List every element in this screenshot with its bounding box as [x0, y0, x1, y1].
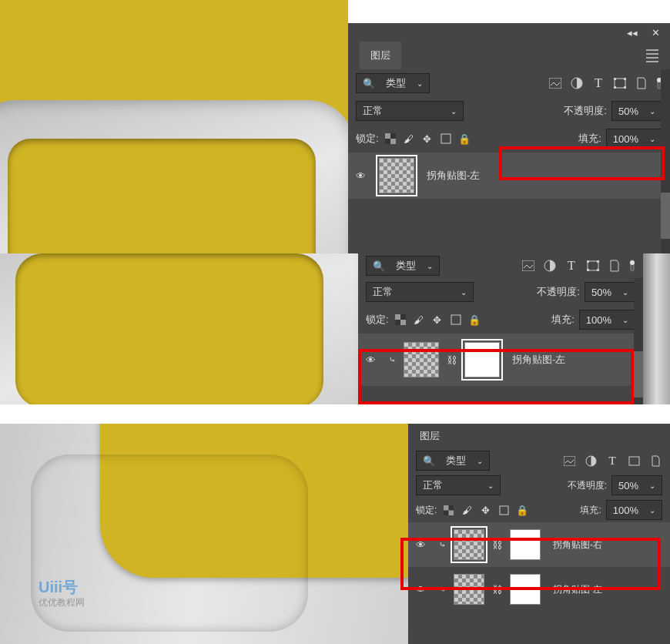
chevron-down-icon: ⌄ [649, 481, 655, 490]
filter-adjust-icon[interactable] [543, 259, 557, 273]
mask-link-icon[interactable]: ⛓ [492, 539, 502, 551]
mask-link-icon[interactable]: ⛓ [447, 354, 457, 366]
lock-paint-icon[interactable]: 🖌 [412, 313, 426, 327]
lock-artboard-icon[interactable] [449, 313, 463, 327]
lock-transparency-icon[interactable] [394, 313, 407, 327]
search-icon: 🔍 [373, 260, 385, 272]
filter-shape-icon[interactable] [613, 76, 627, 90]
chevron-down-icon: ⌄ [487, 481, 494, 490]
filter-text-icon[interactable]: T [591, 76, 605, 90]
section-1: ◂◂ ✕ 图层 🔍 类型 ⌄ T [0, 0, 670, 253]
metal-frame [0, 100, 348, 253]
svg-rect-17 [597, 260, 599, 263]
filter-type-dropdown[interactable]: 🔍 类型 ⌄ [356, 73, 430, 93]
scrollbar-thumb[interactable] [661, 193, 670, 239]
lock-artboard-icon[interactable] [497, 503, 511, 517]
chevron-down-icon: ⌄ [622, 316, 628, 324]
visibility-toggle-icon[interactable]: 👁 [366, 354, 381, 366]
lock-all-icon[interactable]: 🔒 [515, 503, 529, 517]
opacity-label[interactable]: 不透明度: [564, 104, 607, 118]
fill-value: 100% [613, 505, 638, 516]
svg-rect-6 [624, 86, 626, 89]
layer-name[interactable]: 拐角贴图-左 [427, 169, 480, 183]
opacity-label[interactable]: 不透明度: [568, 479, 607, 492]
scrollbar-thumb[interactable] [634, 351, 643, 397]
filter-shape-icon[interactable] [627, 454, 641, 468]
filter-shape-icon[interactable] [586, 259, 600, 273]
fill-label[interactable]: 填充: [580, 504, 601, 517]
blend-mode-dropdown[interactable]: 正常 ⌄ [366, 282, 474, 302]
panel-header: 图层 [408, 424, 670, 448]
filter-row: 🔍 类型 ⌄ T [408, 448, 670, 473]
blend-mode-value: 正常 [373, 285, 393, 299]
fill-label[interactable]: 填充: [551, 313, 575, 327]
filter-toggle-icon[interactable] [629, 259, 635, 273]
filter-text-icon[interactable]: T [564, 259, 578, 273]
panel-tab-layers[interactable]: 图层 [360, 42, 401, 69]
close-icon[interactable]: ✕ [648, 25, 662, 39]
layer-name[interactable]: 拐角贴图-右 [553, 538, 602, 552]
layer-row[interactable]: 👁 ⤷ ⛓ 拐角贴图-左 [358, 334, 643, 386]
opacity-dropdown[interactable]: 50% ⌄ [611, 101, 662, 121]
opacity-value: 50% [618, 106, 638, 117]
lock-all-icon[interactable]: 🔒 [467, 313, 481, 327]
mask-thumbnail[interactable] [510, 529, 541, 560]
mask-thumbnail[interactable] [464, 342, 500, 377]
scrollbar[interactable] [634, 278, 643, 404]
lock-transparency-icon[interactable] [384, 132, 397, 146]
blend-mode-dropdown[interactable]: 正常 ⌄ [416, 475, 501, 495]
opacity-value: 50% [591, 287, 611, 298]
visibility-toggle-icon[interactable]: 👁 [416, 584, 431, 595]
lock-position-icon[interactable]: ✥ [430, 313, 444, 327]
visibility-toggle-icon[interactable]: 👁 [356, 170, 371, 182]
visibility-toggle-icon[interactable]: 👁 [416, 539, 431, 551]
filter-type-dropdown[interactable]: 🔍 类型 ⌄ [366, 256, 440, 276]
filter-image-icon[interactable] [562, 454, 576, 468]
panel-title[interactable]: 图层 [420, 424, 440, 448]
layer-name[interactable]: 拐角贴图-左 [553, 583, 602, 596]
fill-label[interactable]: 填充: [578, 132, 601, 146]
collapse-icon[interactable]: ◂◂ [625, 25, 639, 39]
watermark-text: 优优教程网 [39, 596, 85, 609]
lock-position-icon[interactable]: ✥ [420, 132, 434, 146]
filter-type-dropdown[interactable]: 🔍 类型 ⌄ [416, 451, 490, 471]
svg-rect-16 [587, 260, 589, 263]
filter-smart-icon[interactable] [608, 259, 621, 273]
lock-artboard-icon[interactable] [439, 132, 453, 146]
svg-rect-18 [587, 269, 589, 271]
layer-thumbnail[interactable] [454, 574, 484, 605]
chevron-down-icon: ⌄ [622, 288, 628, 297]
panel-menu-icon[interactable] [646, 49, 658, 62]
chevron-down-icon: ⌄ [649, 506, 655, 515]
opacity-dropdown[interactable]: 50% ⌄ [611, 475, 662, 495]
fill-dropdown[interactable]: 100% ⌄ [606, 500, 662, 520]
layer-row[interactable]: 👁 ⤷ ⛓ 拐角贴图-左 [408, 567, 670, 612]
mask-thumbnail[interactable] [510, 574, 541, 605]
filter-adjust-icon[interactable] [584, 454, 598, 468]
mask-link-icon[interactable]: ⛓ [492, 584, 502, 595]
lock-paint-icon[interactable]: 🖌 [460, 503, 474, 517]
filter-smart-icon[interactable] [648, 454, 662, 468]
lock-transparency-icon[interactable] [441, 503, 455, 517]
blend-mode-dropdown[interactable]: 正常 ⌄ [356, 101, 464, 121]
layer-name[interactable]: 拐角贴图-左 [512, 353, 565, 367]
svg-rect-25 [451, 315, 461, 324]
filter-smart-icon[interactable] [635, 76, 648, 90]
opacity-highlight-box [499, 146, 665, 180]
opacity-label[interactable]: 不透明度: [537, 285, 580, 299]
lock-all-icon[interactable]: 🔒 [457, 132, 471, 146]
filter-icons-group: T [548, 76, 662, 90]
layer-thumbnail[interactable] [454, 529, 484, 560]
opacity-dropdown[interactable]: 50% ⌄ [585, 282, 635, 302]
layer-thumbnail[interactable] [379, 158, 414, 193]
lock-paint-icon[interactable]: 🖌 [402, 132, 416, 146]
fill-dropdown[interactable]: 100% ⌄ [579, 310, 635, 330]
lock-position-icon[interactable]: ✥ [478, 503, 492, 517]
filter-adjust-icon[interactable] [570, 76, 584, 90]
layer-row-active[interactable]: 👁 ⤷ ⛓ 拐角贴图-右 [408, 522, 670, 567]
filter-image-icon[interactable] [548, 76, 562, 90]
filter-image-icon[interactable] [521, 259, 535, 273]
layer-thumbnail[interactable] [404, 342, 439, 377]
svg-point-21 [630, 260, 635, 265]
filter-text-icon[interactable]: T [605, 454, 619, 468]
